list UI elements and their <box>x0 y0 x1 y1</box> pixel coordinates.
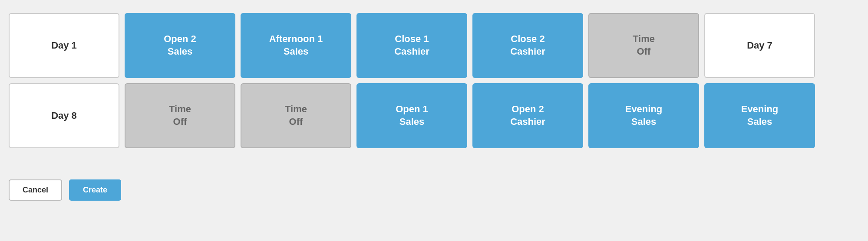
grid-cell-r2-c2[interactable]: TimeOff <box>125 83 235 148</box>
grid-cell-r2-c4[interactable]: Open 1Sales <box>356 83 467 148</box>
grid-section: Day 1Open 2SalesAfternoon 1SalesClose 1C… <box>9 9 859 158</box>
grid-cell-r2-c6[interactable]: EveningSales <box>588 83 699 148</box>
main-container: Day 1Open 2SalesAfternoon 1SalesClose 1C… <box>0 0 868 218</box>
grid-cell-r2-c5[interactable]: Open 2Cashier <box>472 83 583 148</box>
create-button[interactable]: Create <box>69 179 121 201</box>
cancel-button[interactable]: Cancel <box>9 179 62 201</box>
grid-row-1: Day 1Open 2SalesAfternoon 1SalesClose 1C… <box>9 13 859 78</box>
grid-cell-r1-c3[interactable]: Afternoon 1Sales <box>241 13 351 78</box>
grid-row-2: Day 8TimeOffTimeOffOpen 1SalesOpen 2Cash… <box>9 83 859 148</box>
grid-cell-r1-c7[interactable]: Day 7 <box>704 13 815 78</box>
grid-cell-r1-c2[interactable]: Open 2Sales <box>125 13 235 78</box>
grid-cell-r2-c3[interactable]: TimeOff <box>241 83 351 148</box>
bottom-section: Cancel Create <box>9 171 859 209</box>
grid-cell-r1-c6[interactable]: TimeOff <box>588 13 699 78</box>
grid-cell-r2-c7[interactable]: EveningSales <box>704 83 815 148</box>
grid-cell-r2-c1[interactable]: Day 8 <box>9 83 119 148</box>
grid-cell-r1-c5[interactable]: Close 2Cashier <box>472 13 583 78</box>
grid-cell-r1-c4[interactable]: Close 1Cashier <box>356 13 467 78</box>
grid-cell-r1-c1[interactable]: Day 1 <box>9 13 119 78</box>
